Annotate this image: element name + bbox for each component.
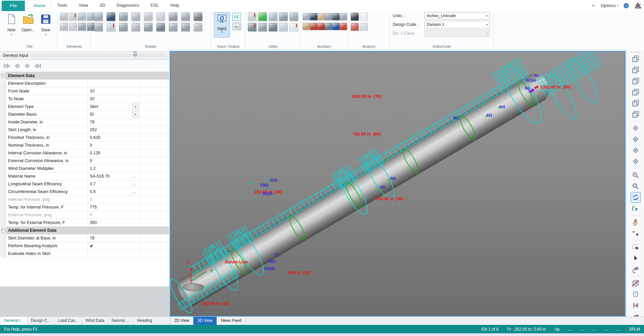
panel-tab-heading[interactable]: Heading — [134, 317, 156, 325]
grid-row[interactable]: Longitudinal Seam Efficiency0.7... — [0, 180, 169, 188]
stiffener-icon[interactable] — [94, 12, 103, 21]
view-left-button[interactable] — [631, 76, 641, 86]
iso-view-4-button[interactable] — [631, 156, 641, 167]
panel-tab-load-cas-[interactable]: Load Cas... — [54, 317, 82, 325]
view-front-button[interactable] — [631, 53, 641, 64]
dropdown-caret-icon[interactable]: ▾ — [132, 104, 139, 110]
list-icon[interactable] — [325, 23, 332, 30]
panel-tab-general-i-[interactable]: General I... — [0, 317, 27, 325]
grid-row[interactable]: Element TypeSkirt▾ — [0, 103, 169, 111]
row-value[interactable]: 252 — [87, 126, 139, 134]
access-icon[interactable] — [317, 23, 325, 30]
grid-row[interactable]: Material NameSA-516 70... — [0, 173, 169, 180]
ribbon-tab-diagnostics[interactable]: Diagnostics — [111, 0, 145, 11]
previous-element-button[interactable] — [13, 62, 21, 70]
new-dropdown-caret-icon[interactable]: ▼ — [3, 34, 20, 36]
grid-row[interactable]: Skirt Length, in252 — [0, 126, 169, 134]
input-button[interactable]: Input ▼ — [214, 12, 230, 38]
row-value[interactable]: 78 — [87, 234, 139, 242]
row-value[interactable]: 0 — [87, 211, 139, 219]
grid-row[interactable]: Wind Diameter Multiplier1.2 — [0, 165, 169, 173]
row-value[interactable]: 20 — [87, 95, 139, 103]
row-value[interactable]: 0 — [87, 142, 139, 149]
saddle-icon[interactable] — [131, 12, 140, 21]
ribbon-tab-tools[interactable]: Tools — [51, 0, 73, 11]
3d-viewport[interactable]: 1353.00 in [80]1042.00 in [70]782.00 in … — [170, 51, 626, 316]
funnel-icon[interactable] — [258, 12, 267, 21]
pan-button[interactable] — [631, 217, 641, 228]
grid-row[interactable]: Inside Diameter, in78 — [0, 118, 169, 126]
ribbon-collapse-icon[interactable] — [591, 3, 596, 8]
iso-view-1-button[interactable] — [631, 123, 641, 134]
partial-icon[interactable] — [156, 12, 165, 21]
grid-row[interactable]: Temp. for External Pressure, F350 — [0, 219, 169, 227]
packing-icon[interactable] — [181, 12, 190, 21]
panel-tab-seismic-[interactable]: Seismic ... — [108, 317, 134, 325]
row-value[interactable]: 775 — [87, 203, 139, 211]
row-value[interactable] — [87, 80, 139, 87]
row-value[interactable]: 0.7... — [87, 180, 139, 188]
collapse-icon[interactable] — [1, 74, 5, 78]
open-button[interactable]: Open... — [20, 12, 36, 43]
select-window-button[interactable] — [631, 242, 641, 253]
row-value[interactable]: 0 — [87, 157, 139, 164]
row-value[interactable]: 0.125 — [87, 149, 139, 157]
design-code-combobox[interactable]: Division 1▾ — [424, 21, 490, 28]
ribbon-tab-3d[interactable]: 3D — [94, 0, 111, 11]
s-curve-icon[interactable] — [290, 12, 298, 21]
ribbon-tab-home[interactable]: Home — [28, 0, 51, 11]
grid-row[interactable]: Internal Pressure, psig0 — [0, 196, 169, 203]
force-icon[interactable] — [107, 23, 115, 32]
toolbar-grip[interactable] — [631, 51, 641, 53]
view-tab-2d-view[interactable]: 2D View — [170, 317, 193, 325]
orbit-axis-button[interactable] — [631, 203, 641, 214]
save-dropdown-caret-icon[interactable]: ▼ — [38, 34, 54, 36]
monitor-icon[interactable] — [310, 13, 317, 21]
collapse-icon[interactable] — [1, 229, 5, 232]
ellipsis-button[interactable]: ... — [132, 189, 137, 194]
convert-icon[interactable] — [340, 13, 347, 21]
zoom-in-out-button[interactable] — [631, 228, 641, 239]
model-orientation-button[interactable] — [631, 264, 641, 275]
row-value[interactable]: 1.2 — [87, 165, 139, 172]
clamp-icon[interactable] — [303, 13, 310, 21]
help-icon[interactable] — [623, 3, 629, 9]
basering-icon[interactable] — [94, 23, 103, 32]
grid-row[interactable]: Finished Thickness, in0.625 — [0, 134, 169, 142]
ellip-head-element-icon[interactable] — [69, 23, 77, 31]
view-back-button[interactable] — [631, 65, 641, 75]
calculator-icon[interactable] — [332, 23, 340, 30]
barrel-icon[interactable] — [258, 23, 267, 32]
zoom-window-button[interactable] — [631, 181, 641, 192]
pin-icon[interactable] — [132, 51, 139, 60]
view-top-button[interactable] — [631, 98, 641, 109]
select-button[interactable] — [631, 253, 641, 264]
iso-view-3-button[interactable] — [631, 145, 641, 156]
view-bottom-button[interactable] — [631, 109, 641, 120]
ellipsis-button[interactable]: ... — [132, 174, 137, 179]
view-right-button[interactable] — [631, 87, 641, 98]
iso-view-2-button[interactable] — [631, 134, 641, 145]
ribbon-tab-help[interactable]: Help — [164, 0, 185, 11]
grid-row[interactable]: External Corrosion Allowance, in0 — [0, 157, 169, 165]
legs-icon[interactable] — [144, 23, 153, 32]
grid-group-header[interactable]: Element Data — [0, 72, 169, 80]
new-report-icon[interactable] — [360, 13, 368, 21]
hand-aux-icon[interactable] — [317, 13, 325, 21]
lining-icon[interactable] — [144, 12, 153, 21]
grid-row[interactable]: Internal Corrosion Allowance, in0.125 — [0, 149, 169, 157]
grid-row[interactable]: Element Description — [0, 80, 169, 87]
input-dropdown-caret-icon[interactable]: ▼ — [214, 31, 230, 33]
head-convert-icon[interactable] — [269, 12, 277, 21]
shell-icon[interactable] — [269, 23, 277, 32]
report-image-button[interactable] — [232, 22, 241, 30]
row-value[interactable]: 350 — [87, 219, 139, 226]
magnify-20-icon[interactable] — [279, 12, 288, 21]
scroll-icon[interactable] — [303, 23, 310, 30]
translucent-view-button[interactable] — [631, 289, 641, 300]
last-element-button[interactable] — [34, 62, 42, 70]
panel-tab-wind-data[interactable]: Wind Data — [82, 317, 108, 325]
grid-row[interactable]: External Pressure, psig0 — [0, 211, 169, 219]
platform-icon[interactable] — [169, 23, 178, 32]
autocad-icon[interactable] — [310, 23, 317, 30]
